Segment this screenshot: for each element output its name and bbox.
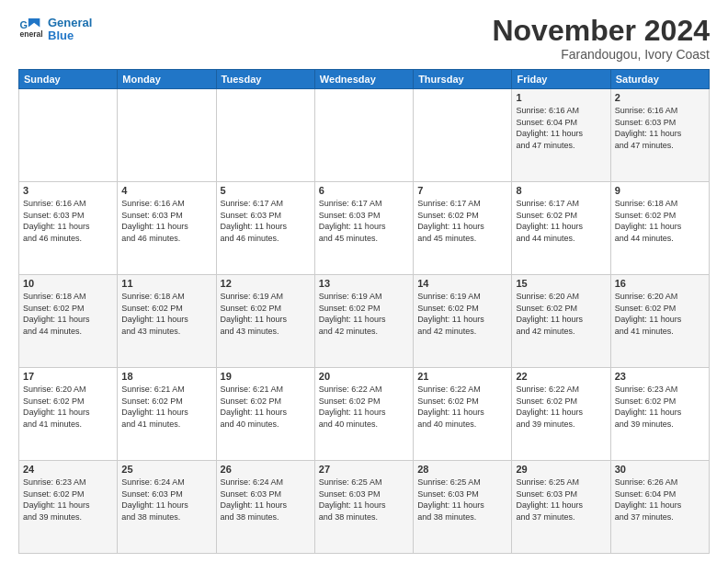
- cell-info: Sunrise: 6:17 AM Sunset: 6:02 PM Dayligh…: [516, 198, 606, 244]
- calendar-cell: 22Sunrise: 6:22 AM Sunset: 6:02 PM Dayli…: [512, 368, 610, 461]
- calendar-cell: [314, 89, 413, 182]
- calendar-cell: 10Sunrise: 6:18 AM Sunset: 6:02 PM Dayli…: [19, 275, 118, 368]
- weekday-header: Wednesday: [314, 70, 413, 89]
- day-number: 20: [319, 371, 409, 382]
- calendar-cell: 8Sunrise: 6:17 AM Sunset: 6:02 PM Daylig…: [512, 182, 610, 275]
- day-number: 29: [516, 464, 606, 475]
- page: G eneral General Blue November 2024 Fara…: [0, 0, 728, 563]
- weekday-header: Saturday: [610, 70, 709, 89]
- cell-info: Sunrise: 6:22 AM Sunset: 6:02 PM Dayligh…: [417, 384, 507, 430]
- day-number: 3: [23, 185, 113, 196]
- calendar-cell: [414, 89, 512, 182]
- calendar-cell: 15Sunrise: 6:20 AM Sunset: 6:02 PM Dayli…: [512, 275, 610, 368]
- cell-info: Sunrise: 6:25 AM Sunset: 6:03 PM Dayligh…: [516, 477, 606, 523]
- day-number: 4: [121, 185, 211, 196]
- calendar-cell: [118, 89, 216, 182]
- day-number: 8: [516, 185, 606, 196]
- logo-icon: G eneral: [18, 16, 44, 41]
- cell-info: Sunrise: 6:17 AM Sunset: 6:03 PM Dayligh…: [221, 198, 311, 244]
- calendar-cell: 14Sunrise: 6:19 AM Sunset: 6:02 PM Dayli…: [414, 275, 512, 368]
- location: Farandougou, Ivory Coast: [492, 47, 710, 62]
- day-number: 27: [319, 464, 409, 475]
- day-number: 12: [221, 278, 311, 289]
- calendar-cell: 26Sunrise: 6:24 AM Sunset: 6:03 PM Dayli…: [216, 461, 314, 554]
- title-block: November 2024 Farandougou, Ivory Coast: [492, 15, 710, 62]
- day-number: 26: [221, 464, 311, 475]
- cell-info: Sunrise: 6:18 AM Sunset: 6:02 PM Dayligh…: [23, 291, 113, 337]
- cell-info: Sunrise: 6:20 AM Sunset: 6:02 PM Dayligh…: [615, 291, 705, 337]
- calendar-cell: 2Sunrise: 6:16 AM Sunset: 6:03 PM Daylig…: [610, 89, 709, 182]
- day-number: 30: [615, 464, 705, 475]
- cell-info: Sunrise: 6:26 AM Sunset: 6:04 PM Dayligh…: [615, 477, 705, 523]
- cell-info: Sunrise: 6:18 AM Sunset: 6:02 PM Dayligh…: [121, 291, 211, 337]
- cell-info: Sunrise: 6:21 AM Sunset: 6:02 PM Dayligh…: [221, 384, 311, 430]
- day-number: 28: [417, 464, 507, 475]
- calendar-cell: 29Sunrise: 6:25 AM Sunset: 6:03 PM Dayli…: [512, 461, 610, 554]
- calendar-cell: 23Sunrise: 6:23 AM Sunset: 6:02 PM Dayli…: [610, 368, 709, 461]
- cell-info: Sunrise: 6:22 AM Sunset: 6:02 PM Dayligh…: [319, 384, 409, 430]
- day-number: 22: [516, 371, 606, 382]
- day-number: 9: [615, 185, 705, 196]
- cell-info: Sunrise: 6:19 AM Sunset: 6:02 PM Dayligh…: [319, 291, 409, 337]
- day-number: 18: [121, 371, 211, 382]
- day-number: 23: [615, 371, 705, 382]
- day-number: 2: [615, 92, 705, 103]
- cell-info: Sunrise: 6:17 AM Sunset: 6:03 PM Dayligh…: [319, 198, 409, 244]
- day-number: 7: [417, 185, 507, 196]
- day-number: 14: [417, 278, 507, 289]
- calendar-cell: 16Sunrise: 6:20 AM Sunset: 6:02 PM Dayli…: [610, 275, 709, 368]
- header: G eneral General Blue November 2024 Fara…: [18, 15, 710, 62]
- calendar-cell: 7Sunrise: 6:17 AM Sunset: 6:02 PM Daylig…: [414, 182, 512, 275]
- cell-info: Sunrise: 6:17 AM Sunset: 6:02 PM Dayligh…: [417, 198, 507, 244]
- calendar-cell: 1Sunrise: 6:16 AM Sunset: 6:04 PM Daylig…: [512, 89, 610, 182]
- logo-blue: Blue: [48, 29, 92, 42]
- svg-text:eneral: eneral: [20, 30, 43, 40]
- cell-info: Sunrise: 6:25 AM Sunset: 6:03 PM Dayligh…: [417, 477, 507, 523]
- day-number: 11: [121, 278, 211, 289]
- cell-info: Sunrise: 6:23 AM Sunset: 6:02 PM Dayligh…: [23, 477, 113, 523]
- day-number: 10: [23, 278, 113, 289]
- calendar-cell: 30Sunrise: 6:26 AM Sunset: 6:04 PM Dayli…: [610, 461, 709, 554]
- cell-info: Sunrise: 6:16 AM Sunset: 6:03 PM Dayligh…: [615, 105, 705, 151]
- calendar-cell: 13Sunrise: 6:19 AM Sunset: 6:02 PM Dayli…: [314, 275, 413, 368]
- day-number: 13: [319, 278, 409, 289]
- cell-info: Sunrise: 6:24 AM Sunset: 6:03 PM Dayligh…: [221, 477, 311, 523]
- calendar-cell: 11Sunrise: 6:18 AM Sunset: 6:02 PM Dayli…: [118, 275, 216, 368]
- weekday-header: Thursday: [414, 70, 512, 89]
- cell-info: Sunrise: 6:20 AM Sunset: 6:02 PM Dayligh…: [23, 384, 113, 430]
- day-number: 25: [121, 464, 211, 475]
- cell-info: Sunrise: 6:23 AM Sunset: 6:02 PM Dayligh…: [615, 384, 705, 430]
- weekday-header: Monday: [118, 70, 216, 89]
- day-number: 1: [516, 92, 606, 103]
- calendar-cell: 25Sunrise: 6:24 AM Sunset: 6:03 PM Dayli…: [118, 461, 216, 554]
- calendar-cell: [19, 89, 118, 182]
- cell-info: Sunrise: 6:16 AM Sunset: 6:03 PM Dayligh…: [121, 198, 211, 244]
- cell-info: Sunrise: 6:20 AM Sunset: 6:02 PM Dayligh…: [516, 291, 606, 337]
- calendar-cell: 3Sunrise: 6:16 AM Sunset: 6:03 PM Daylig…: [19, 182, 118, 275]
- calendar-cell: 6Sunrise: 6:17 AM Sunset: 6:03 PM Daylig…: [314, 182, 413, 275]
- day-number: 15: [516, 278, 606, 289]
- svg-text:G: G: [20, 19, 28, 30]
- logo: G eneral General Blue: [18, 15, 92, 43]
- calendar: SundayMondayTuesdayWednesdayThursdayFrid…: [18, 69, 710, 554]
- cell-info: Sunrise: 6:16 AM Sunset: 6:04 PM Dayligh…: [516, 105, 606, 151]
- day-number: 19: [221, 371, 311, 382]
- weekday-header: Friday: [512, 70, 610, 89]
- calendar-cell: 12Sunrise: 6:19 AM Sunset: 6:02 PM Dayli…: [216, 275, 314, 368]
- calendar-cell: 5Sunrise: 6:17 AM Sunset: 6:03 PM Daylig…: [216, 182, 314, 275]
- calendar-cell: 21Sunrise: 6:22 AM Sunset: 6:02 PM Dayli…: [414, 368, 512, 461]
- day-number: 17: [23, 371, 113, 382]
- cell-info: Sunrise: 6:16 AM Sunset: 6:03 PM Dayligh…: [23, 198, 113, 244]
- cell-info: Sunrise: 6:19 AM Sunset: 6:02 PM Dayligh…: [417, 291, 507, 337]
- day-number: 21: [417, 371, 507, 382]
- day-number: 5: [221, 185, 311, 196]
- day-number: 16: [615, 278, 705, 289]
- calendar-cell: 9Sunrise: 6:18 AM Sunset: 6:02 PM Daylig…: [610, 182, 709, 275]
- cell-info: Sunrise: 6:21 AM Sunset: 6:02 PM Dayligh…: [121, 384, 211, 430]
- day-number: 24: [23, 464, 113, 475]
- calendar-cell: 27Sunrise: 6:25 AM Sunset: 6:03 PM Dayli…: [314, 461, 413, 554]
- calendar-cell: 28Sunrise: 6:25 AM Sunset: 6:03 PM Dayli…: [414, 461, 512, 554]
- cell-info: Sunrise: 6:19 AM Sunset: 6:02 PM Dayligh…: [221, 291, 311, 337]
- day-number: 6: [319, 185, 409, 196]
- calendar-cell: 4Sunrise: 6:16 AM Sunset: 6:03 PM Daylig…: [118, 182, 216, 275]
